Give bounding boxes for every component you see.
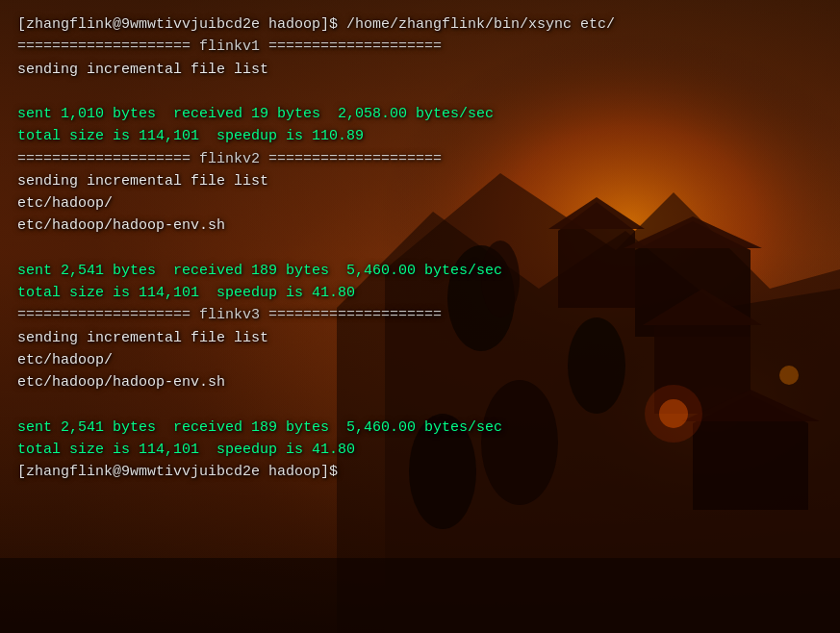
separator-flinkv1: ==================== flinkv1 ===========… — [17, 36, 823, 58]
stats-1a: sent 1,010 bytes received 19 bytes 2,058… — [17, 103, 823, 125]
sending-line-1: sending incremental file list — [17, 59, 823, 81]
stats-2a: sent 2,541 bytes received 189 bytes 5,46… — [17, 260, 823, 282]
sending-line-2: sending incremental file list — [17, 170, 823, 192]
terminal-output: [zhangflink@9wmwtivvjuibcd2e hadoop]$ /h… — [0, 0, 840, 633]
stats-3b: total size is 114,101 speedup is 41.80 — [17, 439, 823, 461]
command-line: [zhangflink@9wmwtivvjuibcd2e hadoop]$ /h… — [17, 13, 823, 36]
dir-3b: etc/hadoop/hadoop-env.sh — [17, 371, 823, 393]
stats-1b: total size is 114,101 speedup is 110.89 — [17, 125, 823, 147]
empty-line-1 — [17, 81, 823, 103]
sending-line-3: sending incremental file list — [17, 327, 823, 349]
dir-2a: etc/hadoop/ — [17, 192, 823, 215]
dir-3a: etc/hadoop/ — [17, 349, 823, 371]
empty-line-3 — [17, 393, 823, 416]
prompt-end: [zhangflink@9wmwtivvjuibcd2e hadoop]$ — [17, 461, 823, 483]
stats-2b: total size is 114,101 speedup is 41.80 — [17, 282, 823, 304]
dir-2b: etc/hadoop/hadoop-env.sh — [17, 215, 823, 237]
stats-3a: sent 2,541 bytes received 189 bytes 5,46… — [17, 417, 823, 439]
empty-line-2 — [17, 238, 823, 260]
separator-flinkv2: ==================== flinkv2 ===========… — [17, 148, 823, 170]
separator-flinkv3: ==================== flinkv3 ===========… — [17, 304, 823, 326]
